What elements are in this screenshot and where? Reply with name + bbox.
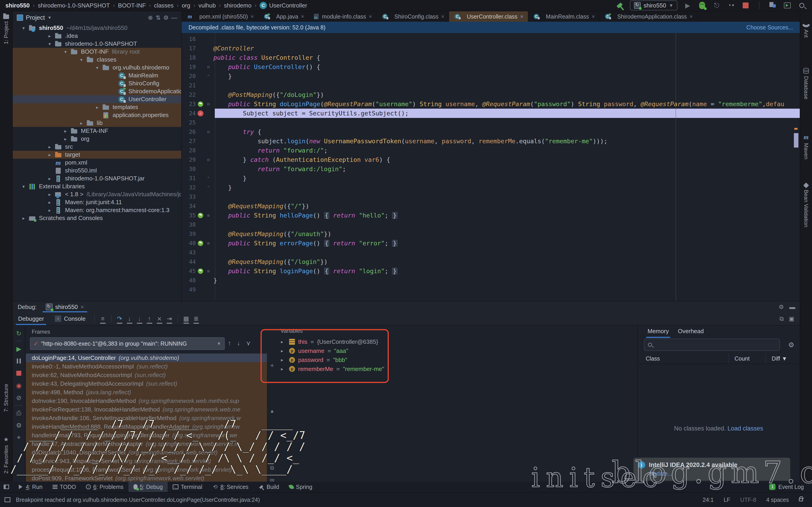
tree-item-shirodemoapplication[interactable]: ShirodemoApplication	[13, 88, 181, 95]
line-number[interactable]: 23	[182, 101, 196, 107]
tree-item-shiro550-iml[interactable]: shiro550.iml	[13, 167, 181, 174]
evaluate-expression-icon[interactable]: ▦	[181, 315, 191, 322]
fold-marker[interactable]: ⌃	[205, 176, 212, 181]
tree-chevron-icon[interactable]: ▾	[77, 57, 86, 62]
line-number[interactable]: 22	[182, 92, 196, 98]
breadcrumb-item[interactable]: vulhub	[198, 2, 216, 9]
line-number[interactable]: 29	[182, 156, 196, 163]
variable-row-this[interactable]: ▸this={UserController@6385}	[277, 337, 637, 346]
tree-item-external-libraries[interactable]: ▾External Libraries	[13, 182, 181, 190]
line-number[interactable]: 20	[182, 73, 196, 79]
line-number[interactable]: 35	[182, 212, 196, 219]
fold-marker[interactable]: ⊞	[205, 269, 212, 273]
gutter-slot[interactable]	[196, 269, 205, 274]
locate-file-icon[interactable]: ⊕	[148, 14, 153, 21]
rerun-icon[interactable]: ↻	[13, 327, 25, 340]
variable-row-username[interactable]: ▸pusername="aaa"	[277, 346, 637, 355]
close-icon[interactable]: ×	[520, 13, 523, 20]
toolwindow-6-problems[interactable]: !6: Problems	[81, 482, 128, 492]
fold-marker[interactable]: ⊟	[205, 102, 212, 106]
thread-dump-icon[interactable]: ⎙	[13, 407, 25, 419]
breadcrumb-item[interactable]: classes	[154, 2, 174, 9]
line-number[interactable]: 26	[182, 128, 196, 135]
close-icon[interactable]: ×	[369, 13, 372, 20]
tab-debugger[interactable]: Debugger	[13, 313, 49, 325]
frame-row[interactable]: handleInternal:793, RequestMappingHandle…	[26, 431, 267, 440]
tree-item-mainrealm[interactable]: MainRealm	[13, 71, 181, 79]
tree-chevron-icon[interactable]: ▸	[281, 357, 286, 362]
line-number[interactable]: 19	[182, 64, 196, 70]
tree-chevron-icon[interactable]: ▸	[77, 120, 86, 126]
line-number[interactable]: 33	[182, 193, 196, 200]
window-toggle-icon[interactable]	[0, 485, 13, 489]
run-to-cursor-icon[interactable]: ⇥	[164, 315, 174, 322]
watch-loop-icon[interactable]: ∞	[267, 476, 277, 482]
prev-frame-icon[interactable]: ↑	[228, 340, 231, 347]
tab-console[interactable]: › Console	[49, 313, 91, 325]
sidebar-item-maven[interactable]: m Maven	[800, 133, 812, 159]
tree-item--1-8-[interactable]: ▸< 1.8 >/Library/Java/JavaVirtualMachine…	[13, 190, 181, 198]
toolwindow-5-debug[interactable]: 5: Debug	[129, 482, 168, 492]
tree-chevron-icon[interactable]: ▾	[45, 41, 55, 47]
line-number[interactable]: 34	[182, 203, 196, 209]
column-diff[interactable]: Diff ▼	[772, 355, 787, 362]
tree-item-lib[interactable]: ▸lib	[13, 119, 181, 127]
tree-chevron-icon[interactable]: ▸	[45, 192, 55, 197]
line-number[interactable]: 39	[182, 231, 196, 237]
step-over-icon[interactable]: ↷	[115, 315, 124, 322]
update-link[interactable]: Update...	[649, 470, 786, 477]
breadcrumb-item[interactable]: org	[182, 2, 190, 9]
spring-bean-icon[interactable]	[198, 101, 203, 107]
fold-marker[interactable]: ⊞	[205, 241, 212, 245]
spring-bean-icon[interactable]	[198, 241, 203, 246]
encoding[interactable]: UTF-8	[740, 497, 756, 503]
fold-marker[interactable]: ⊟	[205, 157, 212, 162]
line-number[interactable]: 28	[182, 147, 196, 154]
next-frame-icon[interactable]: ↓	[237, 340, 240, 347]
breakpoint-icon[interactable]: ✓	[198, 110, 203, 116]
tree-chevron-icon[interactable]: ▸	[92, 105, 102, 110]
tree-item-org-vulhub-shirodemo[interactable]: ▾org.vulhub.shirodemo	[13, 64, 181, 71]
chevron-down-icon[interactable]: ▼	[48, 15, 52, 20]
pin-icon[interactable]: ⌖	[13, 432, 25, 444]
load-classes-link[interactable]: Load classes	[727, 425, 763, 432]
code-editor[interactable]: 1617@Controller18public class UserContro…	[182, 33, 800, 301]
settings-gear-icon[interactable]: ⚙	[779, 303, 784, 311]
build-hammer-icon[interactable]	[615, 1, 624, 10]
toolwindow-8-services[interactable]: 8: Services	[207, 482, 254, 492]
fold-marker[interactable]: ⊞	[205, 213, 212, 218]
spring-bean-icon[interactable]	[198, 213, 203, 218]
tree-item-maven-org-hamcrest-hamcrest-core-1-3[interactable]: ▸Maven: org.hamcrest:hamcrest-core:1.3	[13, 206, 181, 214]
column-class[interactable]: Class	[646, 355, 660, 362]
tree-chevron-icon[interactable]: ▾	[18, 25, 29, 31]
tree-chevron-icon[interactable]: ▸	[281, 348, 286, 353]
debug-button[interactable]	[698, 1, 706, 10]
editor-tab-mainrealm-class[interactable]: MainRealm.class×	[528, 11, 600, 22]
line-number[interactable]: 45	[182, 268, 196, 274]
force-step-into-icon[interactable]: ↓	[135, 315, 145, 322]
line-number[interactable]: 30	[182, 166, 196, 172]
sidebar-item-structure[interactable]: 7: Structure	[0, 384, 12, 412]
tree-item-meta-inf[interactable]: ▸META-INF	[13, 127, 181, 135]
panel-menu-icon[interactable]: ⚙	[163, 14, 168, 21]
breadcrumb-item[interactable]: BOOT-INF	[118, 2, 146, 9]
minimize-icon[interactable]: ▬	[789, 303, 795, 311]
gutter-slot[interactable]	[196, 241, 205, 246]
tree-chevron-icon[interactable]: ▸	[281, 366, 286, 372]
line-number[interactable]: 43	[182, 249, 196, 256]
line-number[interactable]: 25	[182, 119, 196, 126]
close-icon[interactable]: ×	[592, 13, 595, 20]
line-number[interactable]: 38	[182, 221, 196, 228]
breadcrumb-item[interactable]: shirodemo	[224, 2, 251, 9]
event-log-button[interactable]: 1 Event Log	[769, 484, 812, 490]
close-icon[interactable]: ×	[441, 13, 444, 20]
line-number[interactable]: 44	[182, 259, 196, 265]
tree-item-shiro550[interactable]: ▾shiro550~/d4m1ts/java/shiro550	[13, 24, 181, 32]
hide-panel-icon[interactable]: —	[171, 14, 177, 21]
line-number[interactable]: 16	[182, 36, 196, 42]
run-config-select[interactable]: shiro550 ▼	[630, 0, 677, 10]
tree-item-maven-junit-junit-4-11[interactable]: ▸Maven: junit:junit:4.11	[13, 198, 181, 206]
line-number[interactable]: 27	[182, 138, 196, 145]
tree-chevron-icon[interactable]: ▾	[92, 65, 102, 70]
gutter-slot[interactable]	[196, 101, 205, 107]
